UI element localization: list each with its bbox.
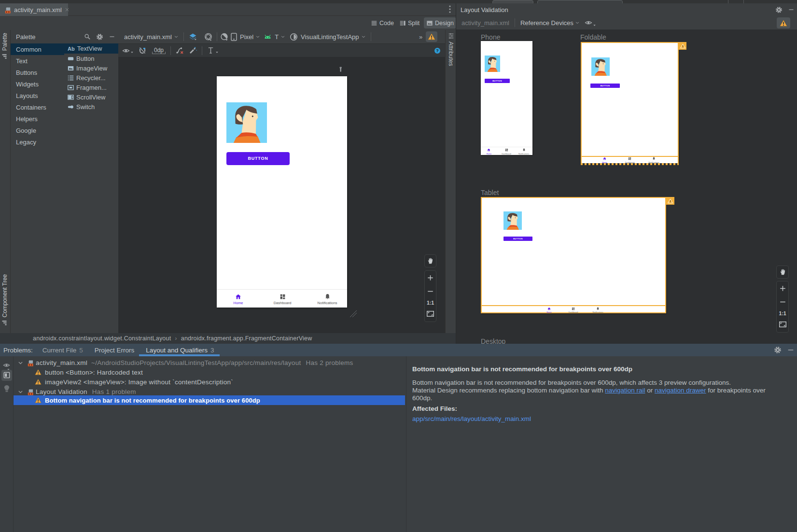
svg-text:BUTTON: BUTTON: [492, 80, 502, 82]
svg-text:Dashboard: Dashboard: [569, 311, 578, 313]
svg-text:Home: Home: [546, 311, 552, 313]
svg-text:BUTTON: BUTTON: [513, 238, 523, 240]
svg-text:BUTTON: BUTTON: [601, 84, 610, 87]
svg-text:Notifications: Notifications: [518, 153, 529, 155]
svg-text:Home: Home: [487, 153, 492, 155]
svg-text:Notifications: Notifications: [593, 311, 603, 313]
svg-text:Dashboard: Dashboard: [502, 153, 511, 155]
